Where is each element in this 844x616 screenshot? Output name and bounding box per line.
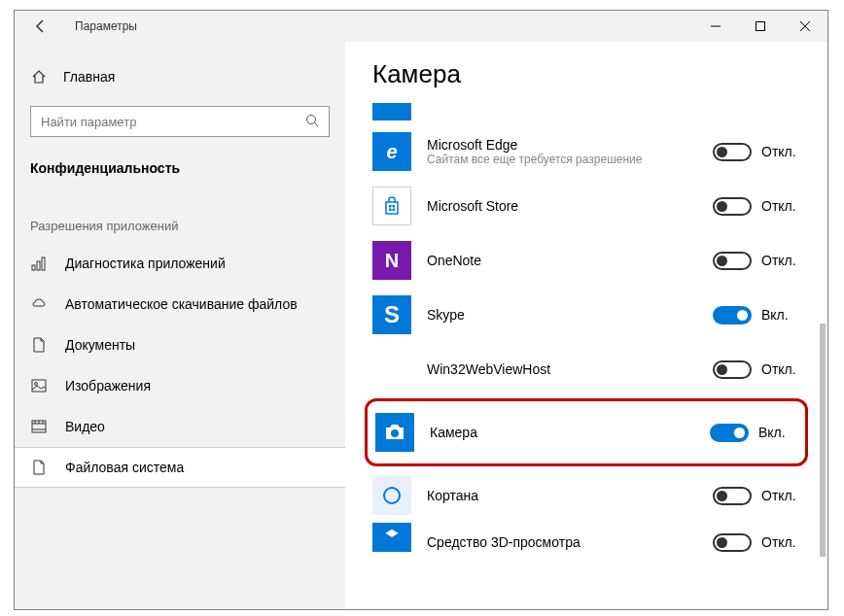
video-icon <box>30 419 48 434</box>
sidebar: Главная Конфиденциальность Разрешения пр… <box>15 42 345 609</box>
sidebar-item-label: Файловая система <box>65 460 184 475</box>
filesystem-icon <box>30 460 48 475</box>
app-row-partial-top <box>372 103 800 124</box>
app-name: Skype <box>427 307 697 323</box>
sidebar-item-diagnostics[interactable]: Диагностика приложений <box>15 243 345 284</box>
toggle-onenote[interactable] <box>713 252 752 270</box>
empty-icon <box>372 350 411 389</box>
app-name: Кортана <box>427 488 697 503</box>
toggle-camera[interactable] <box>710 424 749 442</box>
sidebar-item-label: Документы <box>65 337 135 353</box>
diagnostics-icon <box>30 256 48 271</box>
scrollbar[interactable] <box>820 324 826 557</box>
store-icon <box>372 187 411 225</box>
app-name: Win32WebViewHost <box>427 361 697 377</box>
svg-rect-7 <box>32 380 46 392</box>
app-name: Камера <box>430 425 694 440</box>
search-icon <box>305 114 319 130</box>
window-title: Параметры <box>75 19 137 33</box>
sidebar-item-label: Диагностика приложений <box>65 256 226 271</box>
svg-point-20 <box>384 488 400 503</box>
svg-rect-4 <box>32 265 35 270</box>
toggle-label: Откл. <box>761 253 800 268</box>
toggle-edge[interactable] <box>713 143 752 161</box>
home-label: Главная <box>63 69 115 85</box>
sidebar-item-download[interactable]: Автоматическое скачивание файлов <box>15 284 345 325</box>
svg-rect-17 <box>389 209 392 212</box>
app-row-camera: Камера Вкл. <box>365 398 808 466</box>
section-title: Конфиденциальность <box>15 151 345 189</box>
close-button[interactable] <box>783 11 827 42</box>
toggle-3dview[interactable] <box>713 533 752 552</box>
sidebar-item-label: Изображения <box>65 378 151 394</box>
sidebar-item-filesystem[interactable]: Файловая система <box>15 447 345 488</box>
sidebar-item-label: Автоматическое скачивание файлов <box>65 296 298 312</box>
svg-point-2 <box>307 115 316 123</box>
svg-point-19 <box>391 429 399 437</box>
titlebar: Параметры <box>15 11 827 42</box>
app-name: Средство 3D-просмотра <box>427 534 697 550</box>
toggle-store[interactable] <box>713 197 752 216</box>
apps-list: e Microsoft Edge Сайтам все еще требуетс… <box>372 103 800 562</box>
search-box[interactable] <box>30 106 330 137</box>
app-row-store: Microsoft Store Откл. <box>372 179 800 233</box>
app-name: Microsoft Store <box>427 198 697 214</box>
back-button[interactable] <box>26 12 55 41</box>
toggle-label: Откл. <box>761 361 800 377</box>
app-name: Microsoft Edge <box>427 137 697 153</box>
svg-line-3 <box>315 122 319 126</box>
toggle-label: Вкл. <box>761 307 800 323</box>
toggle-win32webview[interactable] <box>713 360 752 379</box>
home-nav[interactable]: Главная <box>15 57 345 96</box>
edge-icon: e <box>372 132 411 171</box>
app-name: OneNote <box>427 253 697 268</box>
download-icon <box>30 296 48 312</box>
app-row-skype: S Skype Вкл. <box>372 288 800 342</box>
svg-rect-5 <box>37 261 40 270</box>
app-row-3dview: Средство 3D-просмотра Откл. <box>372 523 800 562</box>
onenote-icon: N <box>372 241 411 280</box>
toggle-skype[interactable] <box>713 306 752 325</box>
sidebar-item-documents[interactable]: Документы <box>15 325 345 365</box>
svg-rect-15 <box>389 205 392 208</box>
app-icon-partial <box>372 103 411 120</box>
home-icon <box>30 69 48 85</box>
app-row-onenote: N OneNote Откл. <box>372 233 800 288</box>
group-label: Разрешения приложений <box>15 189 345 243</box>
svg-rect-1 <box>756 22 765 31</box>
app-row-cortana: Кортана Откл. <box>372 468 800 523</box>
app-row-win32webview: Win32WebViewHost Откл. <box>372 342 800 396</box>
settings-window: Параметры Главная <box>14 10 828 610</box>
search-input[interactable] <box>41 115 305 129</box>
sidebar-item-images[interactable]: Изображения <box>15 365 345 406</box>
toggle-label: Откл. <box>761 488 800 503</box>
toggle-label: Откл. <box>761 534 800 550</box>
skype-icon: S <box>372 295 411 334</box>
page-heading: Камера <box>372 59 800 89</box>
sidebar-item-video[interactable]: Видео <box>15 406 345 447</box>
image-icon <box>30 378 48 394</box>
app-row-edge: e Microsoft Edge Сайтам все еще требуетс… <box>372 124 800 179</box>
svg-rect-18 <box>393 209 396 212</box>
app-subtext: Сайтам все еще требуется разрешение <box>427 153 697 166</box>
cortana-icon <box>372 476 411 515</box>
svg-rect-16 <box>393 205 396 208</box>
svg-rect-6 <box>42 257 45 270</box>
3dview-icon <box>372 523 411 552</box>
toggle-label: Откл. <box>761 144 800 159</box>
toggle-label: Откл. <box>761 198 800 214</box>
toggle-label: Вкл. <box>758 425 797 440</box>
camera-icon <box>375 413 414 452</box>
toggle-cortana[interactable] <box>713 487 752 505</box>
maximize-button[interactable] <box>738 11 783 42</box>
minimize-button[interactable] <box>693 11 738 42</box>
main-panel: Камера e Microsoft Edge Сайтам все еще т… <box>345 42 827 609</box>
document-icon <box>30 337 48 353</box>
svg-point-8 <box>35 383 38 386</box>
sidebar-item-label: Видео <box>65 419 105 434</box>
